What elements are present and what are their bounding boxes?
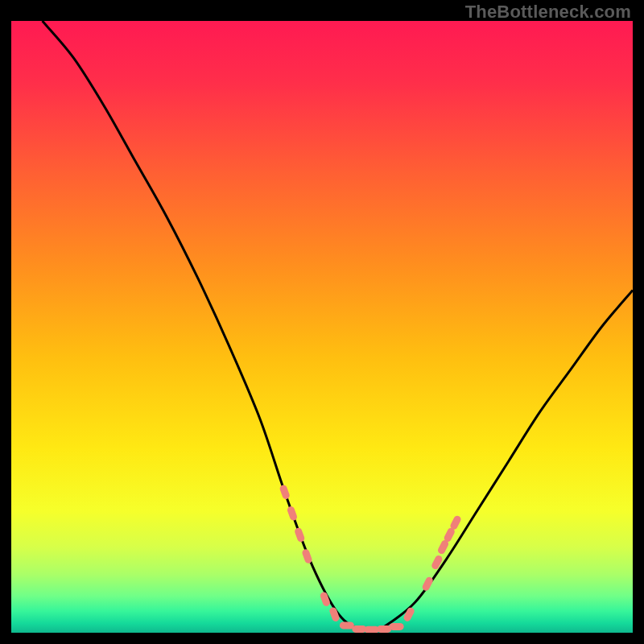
highlight-dot bbox=[377, 625, 391, 633]
highlight-dot bbox=[390, 623, 404, 630]
bottleneck-chart bbox=[11, 21, 633, 633]
attribution-text: TheBottleneck.com bbox=[465, 2, 631, 23]
highlight-dot bbox=[365, 626, 379, 633]
chart-frame bbox=[11, 21, 633, 633]
highlight-dot bbox=[352, 625, 366, 633]
highlight-dot bbox=[340, 621, 354, 629]
gradient-background bbox=[11, 21, 633, 633]
